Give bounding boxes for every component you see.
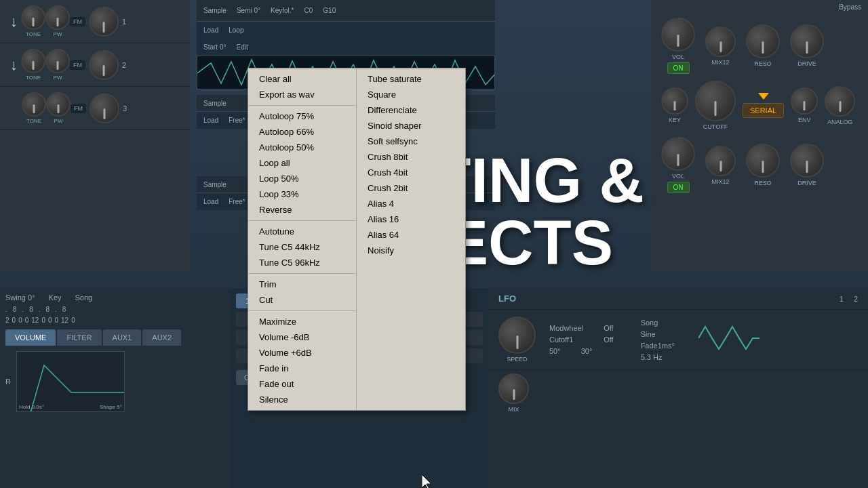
- menu-autoloop-50[interactable]: Autoloop 50%: [248, 140, 356, 155]
- lfo-param-row1: Modwheel Off: [549, 324, 614, 332]
- pw-knob-2[interactable]: [45, 49, 70, 73]
- vol-label-2: VOL: [672, 173, 684, 180]
- menu-differenciate[interactable]: Differenciate: [357, 102, 465, 118]
- drive-label-1: DRIVE: [797, 60, 816, 67]
- on-btn-1[interactable]: ON: [667, 62, 690, 74]
- env-knob[interactable]: [791, 87, 818, 115]
- menu-reverse[interactable]: Reverse: [248, 202, 356, 218]
- analog-label: ANALOG: [827, 119, 853, 125]
- g10-label: G10: [323, 7, 336, 14]
- serial-btn[interactable]: SERIAL: [743, 103, 784, 118]
- fm-knob-1-container: [89, 7, 119, 37]
- pw-knob-1[interactable]: [45, 5, 70, 30]
- menu-autoloop-75[interactable]: Autoloop 75%: [248, 108, 356, 124]
- start-label: Start 0°: [203, 43, 226, 51]
- menu-sinoid-shaper[interactable]: Sinoid shaper: [357, 118, 465, 134]
- vol-knob-1[interactable]: [661, 18, 695, 52]
- vol-knob-2[interactable]: [661, 137, 695, 171]
- hold-label: Hold 0.0s°: [19, 404, 44, 410]
- menu-export-wav[interactable]: Export as wav: [248, 87, 356, 102]
- drive-knob-1[interactable]: [790, 24, 824, 58]
- tone-label-3: TONE: [26, 118, 41, 124]
- tab-filter[interactable]: FILTER: [57, 329, 101, 346]
- menu-vol-plus6[interactable]: Volume +6dB: [248, 345, 356, 361]
- right-synth-panel: Bypass VOL ON MIX12 RESO DRIVE KEY CUTOF…: [651, 0, 868, 271]
- edit-btn[interactable]: Edit: [236, 43, 248, 51]
- tab-volume[interactable]: VOLUME: [5, 329, 56, 346]
- mix-knob-1[interactable]: [705, 26, 736, 57]
- menu-tune-c5-96[interactable]: Tune C5 96kHz: [248, 255, 356, 270]
- lfo-param-vals: 50° 30°: [549, 347, 614, 355]
- menu-square[interactable]: Square: [357, 87, 465, 102]
- lfo-wave-params: Song Sine Fade1ms° 5.3 Hz: [641, 319, 675, 361]
- mix-label-2: MIX12: [711, 178, 729, 185]
- tone-knob-3[interactable]: [22, 92, 46, 117]
- cutoff-knob[interactable]: [695, 81, 736, 121]
- load2-btn[interactable]: Load: [203, 117, 218, 124]
- serial-triangle: [758, 93, 769, 100]
- menu-clear-all[interactable]: Clear all: [248, 71, 356, 87]
- menu-trim[interactable]: Trim: [248, 277, 356, 292]
- menu-silence[interactable]: Silence: [248, 392, 356, 407]
- loop-btn[interactable]: Loop: [229, 26, 243, 34]
- reso-knob-1[interactable]: [746, 24, 780, 58]
- menu-alias-4[interactable]: Alias 4: [357, 196, 465, 211]
- menu-autoloop-66[interactable]: Autoloop 66%: [248, 124, 356, 140]
- tone-knob-2[interactable]: [21, 49, 45, 73]
- drive-knob-2[interactable]: [790, 144, 824, 178]
- analog-knob[interactable]: [825, 86, 855, 117]
- key-knob[interactable]: [661, 87, 688, 115]
- step-0a: 0: [12, 317, 16, 324]
- menu-loop-33[interactable]: Loop 33%: [248, 186, 356, 202]
- menu-fade-in[interactable]: Fade in: [248, 361, 356, 376]
- menu-maximize[interactable]: Maximize: [248, 314, 356, 329]
- reso-knob-2[interactable]: [746, 144, 780, 178]
- fm-knob-2[interactable]: [89, 50, 119, 80]
- wave-header-1: Sample Semi 0° Keyfol.* C0 G10: [197, 0, 495, 22]
- pw-knob-2-container: PW: [45, 49, 70, 81]
- menu-crush-8bit[interactable]: Crush 8bit: [357, 149, 465, 165]
- tab-aux2[interactable]: AUX2: [142, 329, 181, 346]
- menu-soft-selfsync[interactable]: Soft selfsync: [357, 134, 465, 149]
- menu-sep-1: [248, 105, 356, 106]
- pw-label-1: PW: [54, 31, 62, 37]
- menu-tube-saturate[interactable]: Tube saturate: [357, 71, 465, 87]
- cutoff-label: CUTOFF: [703, 123, 728, 130]
- fm-knob-1[interactable]: [89, 7, 119, 37]
- filter-row-1: VOL ON MIX12 RESO DRIVE: [651, 14, 868, 77]
- menu-loop-all[interactable]: Loop all: [248, 155, 356, 171]
- lfo-speed-label: SPEED: [507, 356, 528, 363]
- tone-knob-1[interactable]: [21, 5, 45, 30]
- menu-crush-4bit[interactable]: Crush 4bit: [357, 165, 465, 180]
- menu-fade-out[interactable]: Fade out: [248, 376, 356, 392]
- menu-cut[interactable]: Cut: [248, 292, 356, 308]
- shape-label: Shape 5°: [100, 404, 122, 410]
- menu-tune-c5-44[interactable]: Tune C5 44kHz: [248, 239, 356, 255]
- menu-alias-64[interactable]: Alias 64: [357, 227, 465, 243]
- modwheel-val: Off: [604, 324, 613, 332]
- menu-column-2: Tube saturate Square Differenciate Sinoi…: [357, 68, 465, 410]
- free2-label: Free*: [229, 117, 245, 124]
- sample-label: Sample: [203, 7, 226, 14]
- load-btn[interactable]: Load: [203, 26, 218, 34]
- menu-crush-2bit[interactable]: Crush 2bit: [357, 180, 465, 196]
- pw-knob-3[interactable]: [46, 92, 71, 117]
- vol-control-1: VOL ON: [661, 18, 695, 74]
- load3-btn[interactable]: Load: [203, 198, 218, 205]
- menu-vol-minus6[interactable]: Volume -6dB: [248, 329, 356, 345]
- tab-aux1[interactable]: AUX1: [103, 329, 142, 346]
- step-0c: 0: [25, 317, 29, 324]
- menu-alias-16[interactable]: Alias 16: [357, 211, 465, 227]
- drive-control-2: DRIVE: [790, 144, 824, 186]
- lfo-controls: SPEED Modwheel Off Cutoff1 Off 50° 30° S…: [488, 310, 868, 369]
- lfo-mix-knob[interactable]: [498, 373, 529, 404]
- env-label: ENV: [798, 117, 811, 123]
- menu-loop-50[interactable]: Loop 50%: [248, 171, 356, 186]
- menu-noisify[interactable]: Noisify: [357, 243, 465, 258]
- menu-autotune[interactable]: Autotune: [248, 224, 356, 239]
- fm-knob-3[interactable]: [90, 94, 119, 123]
- lfo-speed-knob[interactable]: [498, 317, 536, 354]
- mix-knob-2[interactable]: [705, 146, 736, 176]
- on-btn-2[interactable]: ON: [667, 182, 690, 193]
- wave-header-3: Start 0° Edit: [197, 39, 495, 56]
